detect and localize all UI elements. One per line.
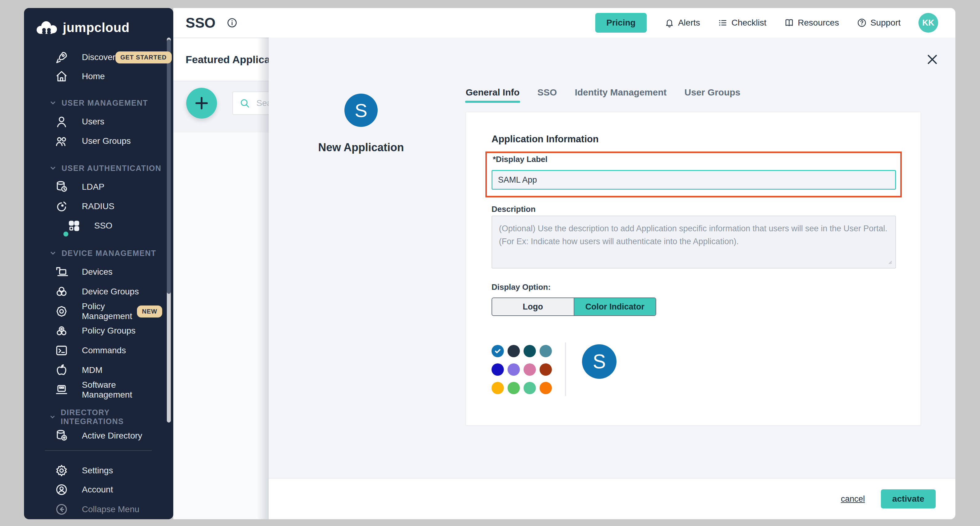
sidebar-item-commands[interactable]: Commands	[55, 341, 162, 360]
logo-wordmark: jumpcloud	[63, 20, 130, 35]
color-swatch-grid	[492, 345, 552, 394]
display-label-label: *Display Label	[493, 155, 547, 164]
sidebar-item-mdm[interactable]: MDM	[55, 360, 162, 380]
active-directory-icon	[55, 429, 68, 443]
sso-grid-icon	[67, 219, 81, 233]
sidebar-item-label: SSO	[94, 221, 112, 231]
collapse-arrow-icon	[55, 503, 68, 516]
sidebar-item-label: LDAP	[82, 182, 104, 192]
color-swatch[interactable]	[539, 382, 552, 394]
checklist-button[interactable]: Checklist	[718, 18, 767, 28]
sidebar-item-device-groups[interactable]: Device Groups	[55, 282, 162, 301]
description-label: Description	[492, 204, 536, 214]
sidebar-item-discover[interactable]: Discover GET STARTED	[55, 48, 162, 67]
alerts-button[interactable]: Alerts	[665, 18, 700, 28]
new-badge: NEW	[137, 306, 162, 317]
sidebar-item-label: Active Directory	[82, 431, 142, 441]
radius-signal-icon	[55, 199, 68, 213]
account-icon	[55, 483, 68, 496]
get-started-badge: GET STARTED	[115, 51, 172, 64]
new-application-modal: S New Application General Info SSO Ident…	[269, 38, 955, 519]
modal-footer: cancel activate	[269, 478, 955, 519]
software-icon	[55, 383, 68, 397]
pricing-button[interactable]: Pricing	[595, 13, 647, 33]
tab-sso[interactable]: SSO	[538, 84, 557, 101]
sidebar-item-label: MDM	[82, 365, 102, 375]
color-indicator-preview: S	[582, 344, 617, 379]
sidebar-item-users[interactable]: Users	[55, 112, 162, 131]
description-textarea[interactable]	[492, 215, 896, 269]
database-clock-icon	[55, 180, 68, 194]
sidebar-section-directory-integrations[interactable]: DIRECTORY INTEGRATIONS	[49, 411, 162, 422]
color-indicator-option[interactable]: Color Indicator	[574, 298, 656, 316]
sidebar-item-user-groups[interactable]: User Groups	[55, 132, 162, 151]
display-option-toggle: Logo Color Indicator	[492, 298, 656, 316]
apple-icon	[55, 363, 68, 377]
sidebar-item-active-directory[interactable]: Active Directory	[55, 426, 162, 445]
sidebar-item-collapse-menu[interactable]: Collapse Menu	[55, 500, 162, 519]
color-swatch[interactable]	[523, 345, 536, 357]
activate-button[interactable]: activate	[881, 489, 935, 508]
sidebar-item-policy-management[interactable]: Policy Management NEW	[55, 302, 162, 321]
topbar: SSO Pricing Alerts Checklist Resources	[173, 8, 955, 38]
color-swatch[interactable]	[492, 363, 504, 376]
chevron-down-icon	[49, 99, 57, 107]
modal-tabs: General Info SSO Identity Management Use…	[466, 84, 741, 101]
sidebar-item-sso[interactable]: SSO	[55, 216, 162, 235]
sidebar-section-user-authentication[interactable]: USER AUTHENTICATION	[49, 163, 162, 174]
close-icon[interactable]	[922, 49, 943, 70]
application-name: New Application	[287, 141, 435, 154]
home-icon	[55, 70, 68, 83]
sidebar-item-settings[interactable]: Settings	[55, 461, 162, 480]
color-swatch[interactable]	[492, 382, 504, 394]
color-swatch[interactable]	[508, 345, 520, 357]
sidebar-item-label: Device Groups	[82, 287, 139, 296]
color-swatch[interactable]	[508, 382, 520, 394]
sidebar-item-account[interactable]: Account	[55, 480, 162, 499]
resources-button[interactable]: Resources	[784, 18, 839, 28]
bell-icon	[665, 18, 675, 28]
sidebar-item-radius[interactable]: RADIUS	[55, 197, 162, 216]
sidebar-item-label: RADIUS	[82, 201, 115, 211]
add-application-button[interactable]	[186, 88, 217, 119]
sidebar-section-user-management[interactable]: USER MANAGEMENT	[49, 97, 162, 108]
sidebar-item-software-management[interactable]: Software Management	[55, 380, 162, 399]
logo-option[interactable]: Logo	[492, 298, 574, 316]
cancel-button[interactable]: cancel	[839, 494, 867, 504]
chevron-down-icon	[49, 413, 56, 421]
color-swatch[interactable]	[508, 363, 520, 376]
sidebar-item-ldap[interactable]: LDAP	[55, 177, 162, 196]
sidebar-scrollbar[interactable]	[167, 38, 171, 422]
color-swatch[interactable]	[539, 345, 552, 357]
support-button[interactable]: Support	[857, 18, 900, 28]
plus-icon	[194, 95, 210, 111]
color-swatch[interactable]	[539, 363, 552, 376]
user-icon	[55, 115, 68, 128]
info-icon[interactable]	[226, 17, 238, 28]
devices-icon	[55, 265, 68, 279]
policy-icon	[55, 304, 68, 318]
color-swatch-selected[interactable]	[492, 345, 504, 357]
user-avatar[interactable]: KK	[918, 13, 938, 33]
sidebar-scrollbar-thumb[interactable]	[167, 40, 171, 294]
tab-identity-management[interactable]: Identity Management	[574, 84, 667, 101]
sidebar-item-policy-groups[interactable]: Policy Groups	[55, 321, 162, 340]
sidebar-item-devices[interactable]: Devices	[55, 262, 162, 282]
sidebar-item-home[interactable]: Home	[55, 67, 162, 86]
sidebar-item-label: Users	[82, 117, 104, 127]
jumpcloud-logo[interactable]: jumpcloud	[36, 20, 130, 35]
cloud-logo-icon	[36, 21, 59, 35]
terminal-icon	[55, 344, 68, 357]
sidebar-item-label: Devices	[82, 267, 113, 277]
color-swatch[interactable]	[523, 363, 536, 376]
sidebar-section-device-management[interactable]: DEVICE MANAGEMENT	[49, 248, 162, 259]
user-group-icon	[55, 134, 68, 148]
sidebar-item-label: User Groups	[82, 136, 131, 146]
display-label-input[interactable]	[492, 170, 896, 190]
color-swatch[interactable]	[523, 382, 536, 394]
rocket-icon	[55, 51, 68, 64]
check-icon	[494, 347, 501, 355]
tab-general-info[interactable]: General Info	[466, 84, 520, 101]
page-title: SSO	[186, 14, 215, 31]
tab-user-groups[interactable]: User Groups	[684, 84, 741, 101]
